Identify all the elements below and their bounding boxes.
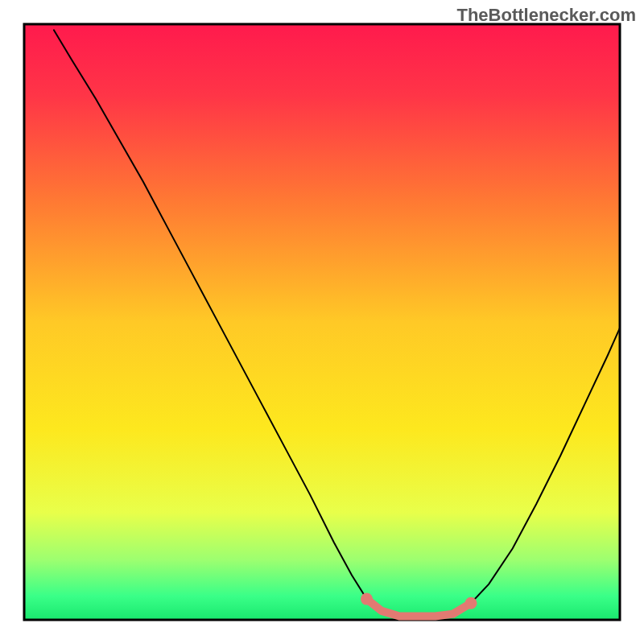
plot-background xyxy=(24,24,620,620)
highlight-dot xyxy=(361,593,373,605)
bottleneck-chart xyxy=(0,0,644,644)
chart-container: TheBottlenecker.com xyxy=(0,0,644,644)
watermark-text: TheBottlenecker.com xyxy=(456,5,636,26)
highlight-dot xyxy=(465,597,477,609)
